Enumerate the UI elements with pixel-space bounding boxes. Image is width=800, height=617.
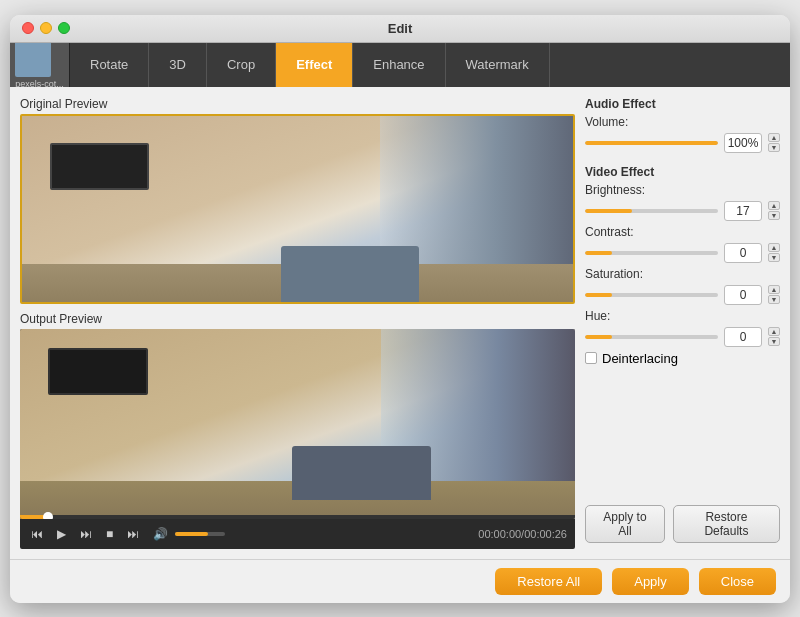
deinterlacing-row: Deinterlacing <box>585 351 780 366</box>
skip-forward-button[interactable]: ⏭ <box>77 525 95 543</box>
file-thumbnail[interactable]: pexels-cot... <box>10 43 70 87</box>
window-title: Edit <box>388 21 413 36</box>
volume-slider-container[interactable] <box>585 136 718 150</box>
volume-up-button[interactable]: ▲ <box>768 133 780 142</box>
volume-control-row: Volume: <box>585 115 780 129</box>
video-effect-title: Video Effect <box>585 165 780 179</box>
stop-button[interactable]: ■ <box>103 525 116 543</box>
hue-input[interactable] <box>724 327 762 347</box>
output-couch <box>292 446 431 499</box>
output-preview-section: Output Preview ⏮ <box>20 312 575 549</box>
volume-spinner: ▲ ▼ <box>768 133 780 152</box>
seek-bar[interactable] <box>20 515 575 519</box>
audio-effect-title: Audio Effect <box>585 97 780 111</box>
volume-icon[interactable]: 🔊 <box>150 525 171 543</box>
saturation-input[interactable] <box>724 285 762 305</box>
time-display: 00:00:00/00:00:26 <box>478 528 567 540</box>
deinterlacing-checkbox[interactable] <box>585 352 597 364</box>
file-name: pexels-cot... <box>15 77 64 87</box>
player-controls: ⏮ ▶ ⏭ ■ ⏭ 🔊 00:00:00/00:00:26 <box>20 519 575 549</box>
tab-crop[interactable]: Crop <box>207 43 276 87</box>
traffic-lights <box>22 22 70 34</box>
maximize-traffic-light[interactable] <box>58 22 70 34</box>
brightness-spinner: ▲ ▼ <box>768 201 780 220</box>
scene-couch <box>281 246 419 302</box>
contrast-control-row: ▲ ▼ <box>585 243 780 263</box>
saturation-label: Saturation: <box>585 267 650 281</box>
saturation-label-row: Saturation: <box>585 267 780 281</box>
seek-handle[interactable] <box>43 512 53 519</box>
brightness-track <box>585 209 718 213</box>
tab-watermark[interactable]: Watermark <box>446 43 550 87</box>
preview-panel: Original Preview Output Preview <box>20 97 575 549</box>
close-traffic-light[interactable] <box>22 22 34 34</box>
tab-navigation: Rotate 3D Crop Effect Enhance Watermark <box>70 43 790 87</box>
brightness-track-fill <box>585 209 632 213</box>
play-button[interactable]: ▶ <box>54 525 69 543</box>
volume-down-button[interactable]: ▼ <box>768 143 780 152</box>
hue-down-button[interactable]: ▼ <box>768 337 780 346</box>
skip-back-button[interactable]: ⏮ <box>28 525 46 543</box>
next-frame-button[interactable]: ⏭ <box>124 525 142 543</box>
restore-all-button[interactable]: Restore All <box>495 568 602 595</box>
tab-enhance[interactable]: Enhance <box>353 43 445 87</box>
toolbar: pexels-cot... Rotate 3D Crop Effect Enha… <box>10 43 790 87</box>
hue-label: Hue: <box>585 309 650 323</box>
video-effect-section: Video Effect Brightness: ▲ ▼ <box>585 165 780 366</box>
brightness-up-button[interactable]: ▲ <box>768 201 780 210</box>
saturation-track <box>585 293 718 297</box>
volume-input[interactable] <box>724 133 762 153</box>
brightness-down-button[interactable]: ▼ <box>768 211 780 220</box>
brightness-input[interactable] <box>724 201 762 221</box>
close-button[interactable]: Close <box>699 568 776 595</box>
main-content: Original Preview Output Preview <box>10 87 790 559</box>
brightness-control-row: ▲ ▼ <box>585 201 780 221</box>
brightness-label-row: Brightness: <box>585 183 780 197</box>
contrast-down-button[interactable]: ▼ <box>768 253 780 262</box>
hue-track-fill <box>585 335 612 339</box>
saturation-control-row: ▲ ▼ <box>585 285 780 305</box>
output-preview-box <box>20 329 575 519</box>
right-panel: Audio Effect Volume: ▲ ▼ <box>585 97 780 549</box>
output-scene <box>20 329 575 519</box>
brightness-slider-container[interactable] <box>585 204 718 218</box>
saturation-spinner: ▲ ▼ <box>768 285 780 304</box>
restore-defaults-button[interactable]: Restore Defaults <box>673 505 780 543</box>
hue-label-row: Hue: <box>585 309 780 323</box>
apply-to-all-button[interactable]: Apply to All <box>585 505 665 543</box>
thumb-image <box>15 43 51 77</box>
footer: Restore All Apply Close <box>10 559 790 603</box>
contrast-label-row: Contrast: <box>585 225 780 239</box>
contrast-up-button[interactable]: ▲ <box>768 243 780 252</box>
saturation-up-button[interactable]: ▲ <box>768 285 780 294</box>
minimize-traffic-light[interactable] <box>40 22 52 34</box>
deinterlacing-label: Deinterlacing <box>602 351 678 366</box>
tab-rotate[interactable]: Rotate <box>70 43 149 87</box>
volume-area: 🔊 <box>150 525 225 543</box>
main-window: Edit pexels-cot... Rotate 3D Crop Effect <box>10 15 790 603</box>
effect-action-buttons: Apply to All Restore Defaults <box>585 499 780 549</box>
saturation-slider-container[interactable] <box>585 288 718 302</box>
volume-slider-row: ▲ ▼ <box>585 133 780 153</box>
contrast-input[interactable] <box>724 243 762 263</box>
titlebar: Edit <box>10 15 790 43</box>
contrast-track <box>585 251 718 255</box>
apply-button[interactable]: Apply <box>612 568 689 595</box>
tab-3d[interactable]: 3D <box>149 43 207 87</box>
scene-tv <box>50 143 149 190</box>
contrast-slider-container[interactable] <box>585 246 718 260</box>
volume-slider[interactable] <box>175 532 225 536</box>
tab-effect[interactable]: Effect <box>276 43 353 87</box>
volume-track <box>585 141 718 145</box>
hue-up-button[interactable]: ▲ <box>768 327 780 336</box>
brightness-label: Brightness: <box>585 183 650 197</box>
saturation-down-button[interactable]: ▼ <box>768 295 780 304</box>
hue-control-row: ▲ ▼ <box>585 327 780 347</box>
contrast-spinner: ▲ ▼ <box>768 243 780 262</box>
contrast-label: Contrast: <box>585 225 650 239</box>
contrast-track-fill <box>585 251 612 255</box>
output-tv <box>48 348 148 396</box>
original-preview-label: Original Preview <box>20 97 575 111</box>
volume-track-fill <box>585 141 718 145</box>
hue-slider-container[interactable] <box>585 330 718 344</box>
